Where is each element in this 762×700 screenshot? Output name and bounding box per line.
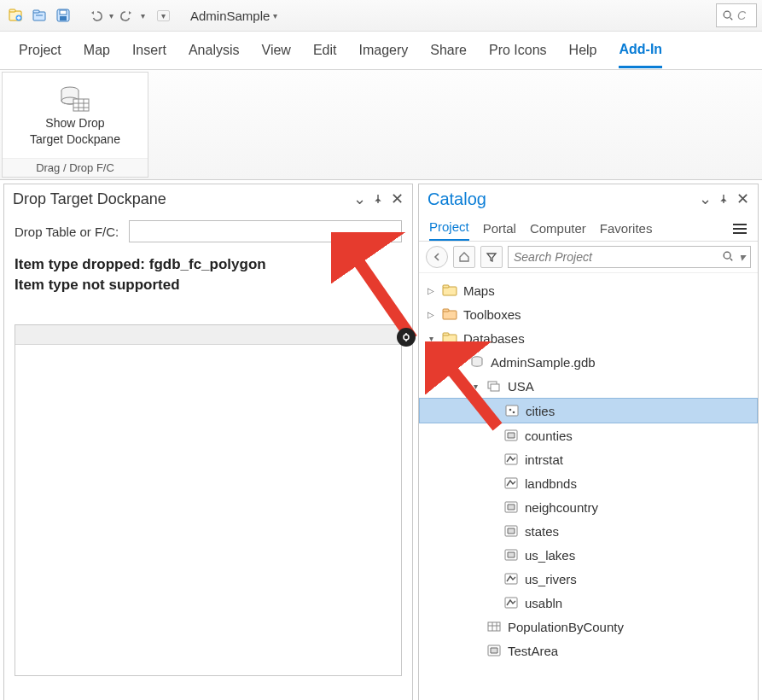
ribbon-button-line1: Show Drop	[45, 116, 104, 131]
tree-node-us-rivers[interactable]: us_rivers	[419, 567, 758, 591]
catalog-tab-computer[interactable]: Computer	[530, 221, 586, 241]
folder-toolboxes-icon	[441, 307, 458, 321]
collapse-icon[interactable]: ▾	[470, 382, 480, 391]
tree-label: Maps	[463, 283, 751, 298]
tab-analysis[interactable]: Analysis	[189, 34, 240, 67]
tree-node-testarea[interactable]: TestArea	[419, 639, 758, 662]
save-project-icon[interactable]	[53, 5, 73, 26]
tab-map[interactable]: Map	[84, 34, 110, 67]
svg-rect-11	[73, 99, 89, 111]
svg-rect-32	[505, 598, 517, 608]
tree-label: TestArea	[508, 644, 751, 658]
command-search-placeholder: C	[737, 9, 746, 22]
svg-rect-16	[443, 309, 449, 312]
tree-node-us-lakes[interactable]: us_lakes	[419, 543, 758, 567]
tab-pro-icons[interactable]: Pro Icons	[489, 34, 547, 67]
close-icon[interactable]: ✕	[390, 192, 404, 206]
catalog-menu-icon[interactable]	[732, 223, 747, 241]
tree-node-dataset[interactable]: ▾ USA	[419, 374, 758, 398]
tree-node-intrstat[interactable]: intrstat	[419, 447, 758, 471]
tab-edit[interactable]: Edit	[313, 34, 337, 67]
catalog-tab-favorites[interactable]: Favorites	[600, 221, 653, 241]
tree-label: Toolboxes	[463, 307, 751, 322]
redo-icon[interactable]	[117, 5, 137, 26]
line-fc-icon	[503, 452, 520, 466]
tree-node-populationbycounty[interactable]: PopulationByCounty	[419, 615, 758, 639]
svg-rect-21	[491, 384, 499, 391]
tree-node-databases[interactable]: ▾ Databases	[419, 326, 758, 350]
tree-node-counties[interactable]: counties	[419, 423, 758, 447]
project-name-label: AdminSample	[190, 9, 270, 23]
project-name-dropdown[interactable]: AdminSample ▾	[190, 9, 277, 23]
chevron-down-icon[interactable]: ▾	[739, 250, 745, 264]
pane-options-icon[interactable]: ⌄	[352, 192, 366, 206]
collapse-icon[interactable]: ▾	[426, 334, 436, 343]
expand-icon[interactable]: ▷	[426, 310, 436, 319]
svg-rect-4	[33, 10, 39, 13]
undo-icon[interactable]	[85, 5, 106, 26]
tab-help[interactable]: Help	[569, 34, 597, 67]
line-fc-icon	[503, 476, 520, 490]
back-icon[interactable]	[426, 246, 448, 268]
svg-rect-31	[505, 574, 517, 584]
pane-options-icon[interactable]: ⌄	[698, 192, 712, 206]
svg-rect-18	[443, 333, 449, 335]
tree-node-toolboxes[interactable]: ▷ Toolboxes	[419, 302, 758, 326]
drop-input[interactable]	[129, 220, 402, 242]
tree-label: cities	[526, 404, 750, 418]
table-icon	[486, 620, 503, 633]
polygon-fc-icon	[503, 548, 520, 562]
tree-label: AdminSample.gdb	[491, 355, 751, 370]
polygon-fc-icon	[503, 429, 520, 442]
ribbon-tabstrip: Project Map Insert Analysis View Edit Im…	[0, 32, 762, 70]
catalog-search-input[interactable]: Search Project ▾	[508, 246, 751, 268]
svg-point-24	[513, 411, 515, 414]
tree-node-landbnds[interactable]: landbnds	[419, 471, 758, 495]
status-line-2: Item type not supported	[15, 275, 402, 295]
catalog-tab-portal[interactable]: Portal	[483, 221, 516, 241]
pin-icon[interactable]	[717, 192, 730, 206]
close-icon[interactable]: ✕	[736, 192, 749, 206]
new-project-icon[interactable]	[5, 5, 26, 26]
tree-label: us_rivers	[525, 572, 751, 586]
tab-share[interactable]: Share	[430, 34, 467, 67]
command-search-box[interactable]: C	[716, 3, 757, 27]
tree-node-neighcountry[interactable]: neighcountry	[419, 495, 758, 519]
catalog-tabstrip: Project Portal Computer Favorites	[419, 213, 758, 242]
feature-dataset-icon	[486, 379, 503, 393]
tree-node-maps[interactable]: ▷ Maps	[419, 278, 758, 302]
qat-customize-icon[interactable]: ▾	[157, 10, 170, 21]
filter-icon[interactable]	[480, 246, 503, 268]
drop-pane-title: Drop Target Dockpane	[13, 190, 347, 208]
expand-icon[interactable]: ▷	[426, 286, 436, 295]
pin-icon[interactable]	[371, 192, 385, 206]
home-icon[interactable]	[453, 246, 475, 268]
tab-imagery[interactable]: Imagery	[358, 34, 408, 67]
show-drop-target-dockpane-button[interactable]: Show Drop Target Dockpane	[3, 73, 148, 158]
collapse-icon[interactable]: ▾	[453, 358, 463, 367]
geodatabase-table-icon	[58, 84, 92, 114]
tree-label: USA	[508, 379, 751, 394]
undo-dropdown-icon[interactable]: ▾	[109, 11, 113, 20]
catalog-tab-project[interactable]: Project	[429, 219, 469, 241]
tree-node-states[interactable]: states	[419, 519, 758, 543]
tree-node-usabln[interactable]: usabln	[419, 591, 758, 615]
tab-view[interactable]: View	[262, 34, 291, 67]
polygon-fc-icon	[503, 524, 520, 538]
search-icon	[722, 250, 734, 262]
tree-node-gdb[interactable]: ▾ AdminSample.gdb	[419, 350, 758, 374]
tab-insert[interactable]: Insert	[132, 34, 166, 67]
tab-project[interactable]: Project	[19, 34, 61, 67]
catalog-pane: Catalog ⌄ ✕ Project Portal Computer Favo…	[418, 184, 759, 700]
annotation-badge	[397, 328, 416, 347]
tree-label: intrstat	[525, 452, 751, 467]
svg-rect-27	[505, 478, 517, 488]
tab-add-in[interactable]: Add-In	[619, 33, 662, 68]
redo-dropdown-icon[interactable]: ▾	[141, 11, 145, 20]
tree-label: Databases	[463, 331, 751, 346]
catalog-toolbar: Search Project ▾	[419, 242, 758, 273]
open-project-icon[interactable]	[29, 5, 49, 26]
chevron-down-icon: ▾	[273, 11, 277, 20]
tree-node-cities[interactable]: cities	[419, 398, 758, 423]
drop-input-label: Drop Table or F/C:	[15, 225, 119, 239]
